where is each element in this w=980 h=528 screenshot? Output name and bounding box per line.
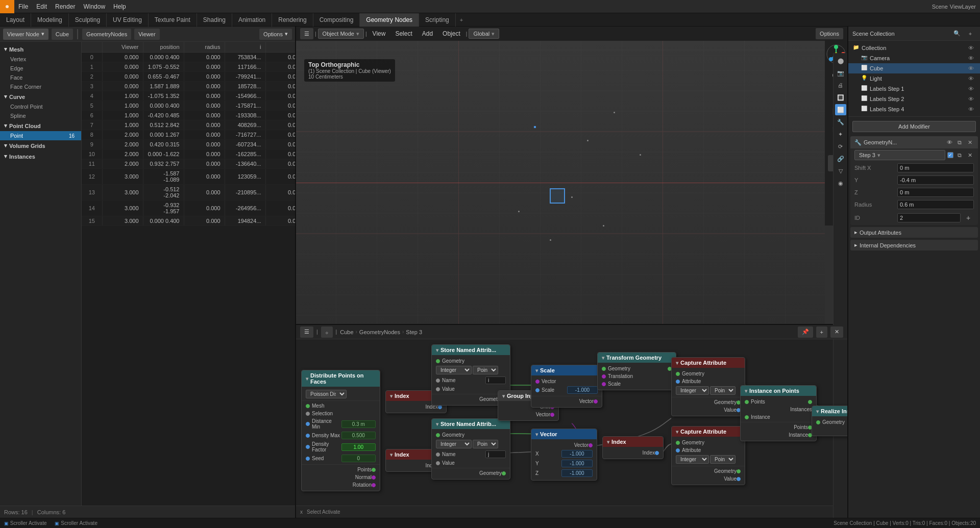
node-realize-instances[interactable]: ▾ Realize Instances Geometry Geometry [812,406,847,436]
capture2-domain-select[interactable]: Point [710,455,736,464]
node-distribute-points[interactable]: ▾ Distribute Points on Faces Poisson Dis… [301,370,380,491]
store2-domain-select[interactable]: Point [473,440,498,448]
scene-item-labels2[interactable]: ⬜ Labels Step 2 👁 [848,94,980,104]
volume-grids-section[interactable]: ▾ Volume Grids [0,140,81,151]
menu-edit[interactable]: Edit [32,0,51,13]
density-factor-val[interactable]: 1.00 [341,443,376,451]
col-position[interactable]: position [143,42,184,53]
viewport-select[interactable]: Select [391,27,416,40]
collection-eye[interactable]: 👁 [968,45,974,51]
distribute-mode-select[interactable]: Poisson Disk [306,390,347,398]
capture1-type-select[interactable]: Integer [676,386,709,395]
id-value[interactable]: 2 [897,213,961,222]
shift-z-value[interactable]: 0 m [897,188,974,197]
tab-add[interactable]: + [456,13,467,27]
scene-item-labels1[interactable]: ⬜ Labels Step 1 👁 [848,84,980,94]
modifier-duplicate-btn[interactable]: ⧉ [955,138,964,146]
properties-output-btn[interactable]: 🖨 [835,80,846,91]
tab-sculpting[interactable]: Sculpting [69,13,107,27]
sidebar-edge[interactable]: Edge [0,64,81,73]
viewport-area[interactable]: ☰ | Object Mode | View Select Add Object… [296,27,847,324]
sidebar-face[interactable]: Face [0,73,81,82]
object-mode-dropdown[interactable]: Object Mode [318,29,364,39]
tab-shading[interactable]: Shading [197,13,232,27]
sidebar-point[interactable]: Point 16 [0,131,81,140]
tab-animation[interactable]: Animation [232,13,272,27]
camera-eye[interactable]: 👁 [968,55,974,61]
scene-filter-btn[interactable]: 🔍 [951,28,963,39]
scene-add-btn[interactable]: + [965,28,976,39]
viewport-view[interactable]: View [369,27,390,40]
scene-item-cube[interactable]: ⬜ Cube 👁 [848,63,980,73]
node-capture-attr-2[interactable]: ▾ Capture Attribute Geometry Attribute [671,426,745,485]
node-transform-geometry[interactable]: ▾ Transform Geometry Geometry Translatio… [597,352,676,390]
properties-data-btn[interactable]: ▽ [835,165,846,177]
menu-file[interactable]: File [14,0,32,13]
node-index-2[interactable]: ▾ Index Index [602,436,664,459]
properties-constraints-btn[interactable]: 🔗 [835,153,846,164]
light-eye[interactable]: 👁 [968,76,974,82]
sidebar-control-point[interactable]: Control Point [0,102,81,111]
node-mode-btn[interactable]: ⬦ [321,326,333,338]
properties-physics-btn[interactable]: ⟳ [835,141,846,152]
viewer-btn[interactable]: Viewer [134,29,159,40]
node-scale[interactable]: ▾ Scale Vector Scale -1.000 [531,365,602,408]
id-plus-btn[interactable]: + [963,212,974,223]
sidebar-face-corner[interactable]: Face Corner [0,82,81,91]
store1-type-select[interactable]: Integer [436,366,472,374]
capture1-domain-select[interactable]: Point [710,386,736,395]
object-dropdown[interactable]: Cube [52,29,73,40]
scene-item-camera[interactable]: 📷 Camera 👁 [848,53,980,63]
node-add-panel[interactable]: + [816,326,827,338]
col-radius[interactable]: radius [184,42,225,53]
step-dropdown[interactable]: Step 3 [854,150,945,160]
node-pin-btn[interactable]: 📌 [798,326,813,338]
breadcrumb-step[interactable]: Step 3 [406,329,422,335]
tab-uv-editing[interactable]: UV Editing [107,13,149,27]
node-store-named-2[interactable]: ▾ Store Named Attrib... Geometry Integer [431,418,510,480]
step-duplicate-btn[interactable]: ⧉ [955,151,964,159]
output-attr-header[interactable]: ▸ Output Attributes [850,227,978,238]
viewport-menu-btn[interactable]: ☰ [300,28,313,39]
viewport-object[interactable]: Object [438,27,464,40]
radius-value[interactable]: 0.6 m [897,200,974,209]
step-toggle[interactable] [947,152,953,158]
capture2-type-select[interactable]: Integer [676,455,709,464]
transform-orientation[interactable]: Global [469,29,499,39]
curve-section[interactable]: ▾ Curve [0,91,81,102]
modifier-delete-btn[interactable]: ✕ [966,138,974,146]
labels2-eye[interactable]: 👁 [968,96,974,102]
store2-name-field[interactable] [485,450,506,458]
density-max-val[interactable]: 0.500 [341,432,376,439]
node-canvas[interactable]: ▾ Distribute Points on Faces Poisson Dis… [296,339,847,506]
properties-object-btn[interactable]: ⬜ [835,104,846,115]
properties-scene-btn[interactable]: ⬤ [835,55,846,66]
scene-item-collection[interactable]: 📁 Collection 👁 [848,43,980,53]
store2-type-select[interactable]: Integer [436,440,472,448]
node-instance-on-points[interactable]: ▾ Instance on Points Points Instances [740,385,817,441]
status-scroller-1[interactable]: ▣ Scroller Activate [4,520,46,526]
scene-item-light[interactable]: 💡 Light 👁 [848,73,980,84]
seed-val[interactable]: 0 [341,455,376,462]
vector-y-val[interactable]: -1.000 [561,460,593,467]
labels1-eye[interactable]: 👁 [968,86,974,92]
shift-y-value[interactable]: -0.4 m [897,175,974,185]
tab-geometry-nodes[interactable]: Geometry Nodes [360,13,419,27]
breadcrumb-cube[interactable]: Cube [340,329,353,335]
point-cloud-section[interactable]: ▾ Point Cloud [0,120,81,131]
vector-x-val[interactable]: -1.000 [561,450,593,458]
mode-dropdown[interactable]: Viewer Node ▾ [3,29,48,40]
internal-deps-header[interactable]: ▸ Internal Dependencies [850,240,978,250]
properties-modifier-btn[interactable]: 🔧 [835,116,846,128]
properties-view-layer-btn[interactable]: 🔳 [835,92,846,103]
add-modifier-btn[interactable]: Add Modifier [852,121,976,132]
viewport-add[interactable]: Add [418,27,437,40]
col-j[interactable]: j [265,42,295,53]
tab-modeling[interactable]: Modeling [31,13,69,27]
node-editor-menu[interactable]: ☰ [300,326,313,338]
menu-window[interactable]: Window [79,0,109,13]
sidebar-vertex[interactable]: Vertex [0,55,81,64]
breadcrumb-geometry-nodes[interactable]: GeometryNodes [359,329,400,335]
labels4-eye[interactable]: 👁 [968,106,974,112]
properties-render-btn[interactable]: 📷 [835,67,846,79]
